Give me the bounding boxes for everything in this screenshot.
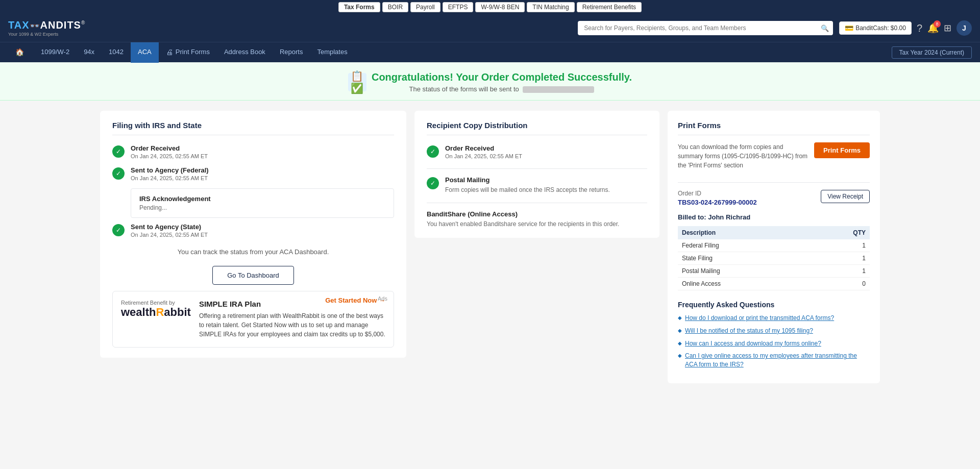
printer-icon: 🖨: [166, 48, 173, 56]
goto-dashboard-button[interactable]: Go To Dashboard: [212, 266, 294, 285]
faq-link-2[interactable]: Will I be notified of the status of my 1…: [685, 327, 813, 335]
billing-postal-qty: 1: [811, 265, 870, 278]
nav-1099[interactable]: 1099/W-2: [34, 42, 77, 63]
grid-icon[interactable]: ⊞: [944, 22, 951, 34]
postal-desc: Form copies will be mailed once the IRS …: [445, 186, 610, 193]
irs-ack-label: IRS Acknowledgement: [139, 195, 385, 203]
middle-panel: Recipient Copy Distribution ✓ Order Rece…: [414, 111, 659, 238]
notification-badge: 8: [934, 20, 941, 28]
banditshare-desc: You haven't enabled Banditshare service …: [427, 220, 647, 228]
postal-label: Postal Mailing: [445, 176, 610, 184]
sent-federal-date: On Jan 24, 2025, 02:55 AM ET: [131, 175, 209, 181]
nav-reports[interactable]: Reports: [273, 42, 310, 63]
success-title: Congratulations! Your Order Completed Su…: [372, 71, 632, 83]
topnav-eftps[interactable]: EFTPS: [443, 2, 474, 12]
topnav-tin[interactable]: TIN Matching: [527, 2, 574, 12]
success-banner: 📋✅ Congratulations! Your Order Completed…: [0, 62, 980, 101]
top-nav: Tax Forms BOIR Payroll EFTPS W-9/W-8 BEN…: [0, 0, 980, 14]
faq-diamond-2: ◆: [678, 328, 682, 333]
left-panel-title: Filing with IRS and State: [112, 121, 394, 135]
search-input[interactable]: [578, 21, 833, 35]
notification-icon[interactable]: 🔔 8: [927, 22, 939, 34]
nav-templates[interactable]: Templates: [310, 42, 354, 63]
faq-item-3: ◆ How can I access and download my forms…: [678, 339, 870, 348]
topnav-retirement[interactable]: Retirement Benefits: [577, 2, 642, 12]
print-forms-title: Print Forms: [678, 121, 870, 135]
print-forms-button[interactable]: Print Forms: [814, 142, 870, 158]
billing-desc-header: Description: [678, 226, 811, 239]
order-id-label: Order ID: [678, 190, 757, 197]
view-receipt-button[interactable]: View Receipt: [821, 190, 870, 203]
logo-tax: TAX: [8, 19, 30, 31]
sent-state-date: On Jan 24, 2025, 02:55 AM ET: [131, 232, 208, 238]
help-icon[interactable]: ?: [917, 22, 922, 34]
ad-cta[interactable]: Get Started Now →: [325, 297, 385, 304]
logo-text: TAX👓ANDITS®: [8, 19, 85, 31]
faq-section: Frequently Asked Questions ◆ How do I do…: [678, 301, 870, 369]
logo: TAX👓ANDITS® Your 1099 & W2 Experts: [8, 19, 85, 37]
nav-home[interactable]: 🏠: [8, 42, 34, 63]
timeline-order-received: ✓ Order Received On Jan 24, 2025, 02:55 …: [112, 144, 394, 159]
track-text: You can track the status from your ACA D…: [112, 248, 394, 261]
recipient-card: Recipient Copy Distribution ✓ Order Rece…: [414, 111, 659, 238]
sent-federal-label: Sent to Agency (Federal): [131, 166, 209, 174]
billing-state-qty: 1: [811, 252, 870, 265]
success-subtitle: The status of the forms will be sent to: [372, 85, 632, 93]
bandit-cash-label: BanditCash: $0.00: [855, 24, 906, 32]
rcpt-check-2: ✓: [427, 177, 439, 189]
order-received-label: Order Received: [131, 144, 208, 152]
billing-qty-header: QTY: [811, 226, 870, 239]
nav-1042[interactable]: 1042: [102, 42, 131, 63]
topnav-payroll[interactable]: Payroll: [410, 2, 440, 12]
topnav-tax-forms[interactable]: Tax Forms: [338, 2, 380, 12]
faq-diamond-3: ◆: [678, 340, 682, 346]
order-section: Order ID TBS03-024-267999-00002 View Rec…: [678, 182, 870, 206]
faq-diamond-4: ◆: [678, 353, 682, 358]
faq-link-3[interactable]: How can I access and download my forms o…: [685, 339, 821, 348]
header-actions: 💳 BanditCash: $0.00 ? 🔔 8 ⊞ J: [839, 20, 972, 36]
banditshare-title: BanditShare (Online Access): [427, 210, 647, 218]
left-panel: Filing with IRS and State ✓ Order Receiv…: [100, 111, 406, 358]
timeline-sent-state: ✓ Sent to Agency (State) On Jan 24, 2025…: [112, 223, 394, 238]
rcpt-check-1: ✓: [427, 145, 439, 158]
bandit-cash[interactable]: 💳 BanditCash: $0.00: [839, 21, 912, 35]
order-id-value: TBS03-024-267999-00002: [678, 199, 757, 206]
billing-postal-desc: Postal Mailing: [678, 265, 811, 278]
nav-address-book[interactable]: Address Book: [217, 42, 273, 63]
billing-federal-desc: Federal Filing: [678, 239, 811, 252]
faq-link-1[interactable]: How do I download or print the transmitt…: [685, 314, 834, 323]
rcpt-postal: ✓ Postal Mailing Form copies will be mai…: [427, 176, 647, 193]
logo-bandits: ANDITS: [40, 19, 81, 31]
right-panel: Print Forms You can download the form co…: [668, 111, 880, 383]
nav-print-forms[interactable]: 🖨 Print Forms: [159, 42, 217, 63]
billing-row-state: State Filing 1: [678, 252, 870, 265]
irs-ack-status: Pending...: [139, 204, 385, 211]
billing-state-desc: State Filing: [678, 252, 811, 265]
wallet-icon: 💳: [845, 24, 853, 32]
billing-row-postal: Postal Mailing 1: [678, 265, 870, 278]
check-icon-1: ✓: [112, 145, 125, 158]
faq-link-4[interactable]: Can I give online access to my employees…: [685, 352, 870, 369]
faq-item-4: ◆ Can I give online access to my employe…: [678, 352, 870, 369]
email-blur: [523, 86, 594, 93]
irs-pending-box: IRS Acknowledgement Pending...: [131, 188, 394, 218]
success-icon: 📋✅: [348, 73, 366, 91]
avatar[interactable]: J: [957, 20, 972, 36]
ad-section: Ads Retirement Benefit by wealthRabbit S…: [112, 291, 394, 348]
billed-to: Billed to: John Richrad: [678, 213, 870, 221]
ad-content: SIMPLE IRA Plan Get Started Now → Offeri…: [199, 300, 385, 339]
rcpt-order-date: On Jan 24, 2025, 02:55 AM ET: [445, 153, 522, 159]
second-nav: 🏠 1099/W-2 94x 1042 ACA 🖨 Print Forms Ad…: [0, 42, 980, 62]
tax-year-badge: Tax Year 2024 (Current): [892, 46, 972, 59]
topnav-w9[interactable]: W-9/W-8 BEN: [475, 2, 525, 12]
check-icon-2: ✓: [112, 167, 125, 180]
topnav-boir[interactable]: BOIR: [382, 2, 408, 12]
nav-94x[interactable]: 94x: [77, 42, 102, 63]
nav-aca[interactable]: ACA: [131, 42, 159, 63]
search-icon: 🔍: [821, 24, 829, 32]
billing-federal-qty: 1: [811, 239, 870, 252]
postal-mailing-section: ✓ Postal Mailing Form copies will be mai…: [427, 168, 647, 193]
rcpt-order-received: ✓ Order Received On Jan 24, 2025, 02:55 …: [427, 144, 647, 159]
recipient-title: Recipient Copy Distribution: [427, 121, 647, 135]
billing-row-online: Online Access 0: [678, 278, 870, 290]
